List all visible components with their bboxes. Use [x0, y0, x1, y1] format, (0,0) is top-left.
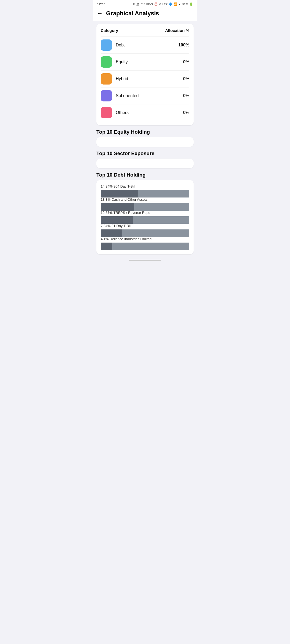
category-name: Debt — [116, 43, 125, 47]
allocation-value: 0% — [183, 60, 189, 64]
color-swatch — [101, 56, 112, 68]
category-allocation-card: Category Allocation % Debt 100% Equity 0… — [96, 24, 194, 125]
page-title: Graphical Analysis — [106, 10, 159, 17]
debt-item: 4.1% Reliance Industries Limited — [101, 237, 189, 250]
debt-label: 4.1% Reliance Industries Limited — [101, 237, 189, 241]
debt-bar — [101, 243, 189, 250]
mail-icon: ✉ — [133, 2, 135, 6]
debt-section: Top 10 Debt Holding 14.34% 364 Day T-Bil… — [96, 172, 194, 254]
allocation-value: 0% — [183, 93, 189, 98]
alarm-icon: ⏰ — [154, 2, 158, 6]
debt-holdings-card: 14.34% 364 Day T-Bill 13.3% Cash and Oth… — [96, 180, 194, 254]
debt-item: 7.84% 91 Day T-Bill — [101, 224, 189, 237]
category-row: Hybrid 0% — [101, 70, 189, 87]
category-row: Debt 100% — [101, 36, 189, 53]
image-icon: 🖼 — [136, 3, 139, 6]
category-left: Equity — [101, 56, 128, 68]
category-name: Others — [116, 110, 129, 115]
equity-empty-card — [96, 137, 194, 147]
category-row: Equity 0% — [101, 53, 189, 70]
back-button[interactable]: ← — [97, 10, 103, 17]
category-name: Sol oriented — [116, 93, 139, 98]
sector-section: Top 10 Sector Exposure — [96, 151, 194, 168]
allocation-value: 0% — [183, 76, 189, 81]
main-content: Category Allocation % Debt 100% Equity 0… — [93, 21, 197, 258]
debt-label: 12.87% TREPS / Reverse Repo — [101, 211, 189, 215]
allocation-col-header: Allocation % — [165, 28, 189, 33]
debt-item: 14.34% 364 Day T-Bill — [101, 184, 189, 197]
debt-label: 7.84% 91 Day T-Bill — [101, 224, 189, 228]
debt-bar-fill — [101, 203, 134, 211]
debt-item: 13.3% Cash and Other Assets — [101, 197, 189, 211]
allocation-value: 100% — [178, 43, 189, 47]
category-left: Debt — [101, 39, 125, 51]
bluetooth-icon: 🔷 — [169, 2, 172, 6]
debt-bar-fill — [101, 190, 138, 197]
bottom-indicator — [93, 258, 197, 262]
equity-section: Top 10 Equity Holding — [96, 129, 194, 147]
debt-label: 13.3% Cash and Other Assets — [101, 197, 189, 202]
category-name: Hybrid — [116, 76, 128, 81]
debt-bar-fill — [101, 243, 112, 250]
debt-bar — [101, 190, 189, 197]
category-left: Sol oriented — [101, 90, 139, 101]
category-left: Hybrid — [101, 73, 128, 85]
page-header: ← Graphical Analysis — [93, 7, 197, 21]
color-swatch — [101, 39, 112, 51]
category-col-header: Category — [101, 28, 118, 33]
debt-heading: Top 10 Debt Holding — [96, 172, 194, 178]
category-left: Others — [101, 107, 129, 118]
debt-label: 14.34% 364 Day T-Bill — [101, 184, 189, 188]
category-rows-container: Debt 100% Equity 0% Hybrid 0% Sol orient… — [101, 36, 189, 121]
debt-item: 12.87% TREPS / Reverse Repo — [101, 211, 189, 224]
category-name: Equity — [116, 60, 128, 64]
category-table-header: Category Allocation % — [101, 28, 189, 33]
status-icons: ✉ 🖼 018 KB/S ⏰ VoLTE 🔷 📶 ▲ 51% 🔋 — [133, 2, 193, 6]
debt-bar — [101, 216, 189, 224]
bottom-pill — [129, 260, 161, 261]
sector-empty-card — [96, 159, 194, 168]
debt-bar — [101, 229, 189, 237]
color-swatch — [101, 90, 112, 101]
equity-heading: Top 10 Equity Holding — [96, 129, 194, 135]
status-time: 12:11 — [97, 2, 106, 6]
color-swatch — [101, 73, 112, 85]
debt-rows-container: 14.34% 364 Day T-Bill 13.3% Cash and Oth… — [101, 184, 189, 250]
category-row: Sol oriented 0% — [101, 87, 189, 104]
status-bar: 12:11 ✉ 🖼 018 KB/S ⏰ VoLTE 🔷 📶 ▲ 51% 🔋 — [93, 0, 197, 7]
color-swatch — [101, 107, 112, 118]
debt-bar-fill — [101, 229, 122, 237]
battery-level: 51% — [182, 3, 188, 6]
battery-icon: 🔋 — [189, 2, 193, 6]
data-speed: 018 KB/S — [140, 3, 153, 6]
signal-icon: ▲ — [178, 3, 181, 6]
category-row: Others 0% — [101, 104, 189, 121]
debt-bar — [101, 203, 189, 211]
volte-icon: VoLTE — [159, 3, 168, 6]
sector-heading: Top 10 Sector Exposure — [96, 151, 194, 156]
allocation-value: 0% — [183, 110, 189, 115]
debt-bar-fill — [101, 216, 133, 224]
wifi-icon: 📶 — [173, 2, 177, 6]
